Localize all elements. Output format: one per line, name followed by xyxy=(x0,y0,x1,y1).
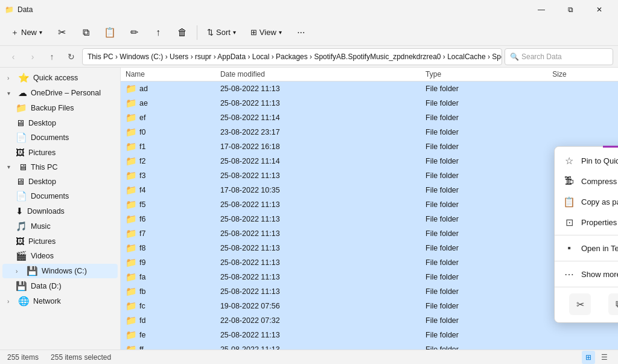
address-path[interactable]: This PC › Windows (C:) › Users › rsupr ›… xyxy=(82,48,502,65)
sidebar-item-desktop-od[interactable]: 🖥 Desktop xyxy=(2,116,118,130)
table-row[interactable]: 📁f5 25-08-2022 11:13 File folder xyxy=(121,197,618,212)
sort-button[interactable]: ⇅ Sort ▾ xyxy=(201,24,242,40)
network-icon: 🌐 xyxy=(18,296,30,307)
table-row[interactable]: 📁f1 17-08-2022 16:18 File folder xyxy=(121,139,618,154)
col-type[interactable]: Type xyxy=(421,68,547,81)
table-row[interactable]: 📁f8 25-08-2022 11:13 File folder xyxy=(121,241,618,255)
table-row[interactable]: 📁f2 25-08-2022 11:14 File folder xyxy=(121,154,618,168)
search-placeholder: Search Data xyxy=(521,53,562,61)
network-expander: › xyxy=(7,298,14,305)
selected-count: 255 items selected xyxy=(51,353,111,362)
col-date[interactable]: Date modified xyxy=(215,68,421,81)
col-name[interactable]: Name xyxy=(121,68,215,81)
sidebar-item-desktop-pc[interactable]: 🖥 Desktop xyxy=(2,174,118,188)
forward-button[interactable]: › xyxy=(24,48,41,65)
compress-zip-icon: 🗜 xyxy=(563,175,575,187)
sidebar-item-music[interactable]: 🎵 Music xyxy=(2,219,118,234)
table-row[interactable]: 📁f7 25-08-2022 11:13 File folder xyxy=(121,226,618,241)
table-row[interactable]: 📁f6 25-08-2022 11:13 File folder xyxy=(121,212,618,226)
windows-c-label: Windows (C:) xyxy=(42,267,87,275)
sidebar: › ⭐ Quick access ▾ ☁ OneDrive – Personal… xyxy=(0,68,121,350)
more-button[interactable]: ··· xyxy=(290,22,312,43)
context-menu-item-terminal[interactable]: ▪ Open in Terminal xyxy=(555,238,618,258)
search-icon: 🔍 xyxy=(510,53,519,61)
context-menu-item-compress-zip[interactable]: 🗜 Compress to Zip file xyxy=(555,171,618,191)
list-view-button[interactable]: ☰ xyxy=(597,351,611,364)
minimize-button[interactable]: — xyxy=(527,0,555,19)
pictures-od-icon: 🖼 xyxy=(16,147,25,158)
documents-pc-label: Documents xyxy=(31,192,69,200)
table-row[interactable]: 📁ae 25-08-2022 11:13 File folder xyxy=(121,96,618,110)
address-bar: ‹ › ↑ ↻ This PC › Windows (C:) › Users ›… xyxy=(0,46,618,68)
up-button[interactable]: ↑ xyxy=(43,48,60,65)
search-box[interactable]: 🔍 Search Data xyxy=(505,48,613,65)
table-row[interactable]: 📁ef 25-08-2022 11:14 File folder xyxy=(121,110,618,125)
view-chevron: ▾ xyxy=(279,29,282,36)
paste-button[interactable]: 📋 xyxy=(99,22,121,43)
table-row[interactable]: 📁fc 19-08-2022 07:56 File folder xyxy=(121,299,618,313)
title-bar-controls: — ⧉ ✕ xyxy=(527,0,613,19)
context-cut-button[interactable]: ✂ xyxy=(569,293,591,315)
backup-label: Backup Files xyxy=(31,104,74,112)
new-button[interactable]: ＋ New ▾ xyxy=(5,24,48,42)
sidebar-item-documents-od[interactable]: 📄 Documents xyxy=(2,130,118,145)
sidebar-item-videos[interactable]: 🎬 Videos xyxy=(2,249,118,263)
title-bar-left: 📁 Data xyxy=(5,5,33,14)
table-row[interactable]: 📁ff 25-08-2022 11:13 File folder xyxy=(121,342,618,350)
quick-access-expander: › xyxy=(7,75,14,81)
back-button[interactable]: ‹ xyxy=(5,48,22,65)
content-area: Name Date modified Type Size 📁ad 25-08-2… xyxy=(121,68,618,350)
table-row[interactable]: 📁fe 25-08-2022 11:13 File folder xyxy=(121,328,618,342)
cut-button[interactable]: ✂ xyxy=(51,22,72,43)
share-button[interactable]: ↑ xyxy=(147,22,169,43)
sidebar-item-thispc[interactable]: ▾ 🖥 This PC xyxy=(2,160,118,174)
table-row[interactable]: 📁fa 25-08-2022 11:13 File folder xyxy=(121,270,618,284)
sidebar-item-onedrive[interactable]: ▾ ☁ OneDrive – Personal xyxy=(2,86,118,100)
copy-button[interactable]: ⧉ xyxy=(75,22,97,43)
table-row[interactable]: 📁fb 25-08-2022 11:13 File folder xyxy=(121,284,618,299)
music-icon: 🎵 xyxy=(16,221,27,232)
table-row[interactable]: 📁fd 22-08-2022 07:32 File folder xyxy=(121,313,618,328)
sidebar-item-data-d[interactable]: 💾 Data (D:) xyxy=(2,279,118,293)
thispc-icon: 🖥 xyxy=(18,162,27,172)
sidebar-item-backup[interactable]: 📁 Backup Files xyxy=(2,101,118,115)
context-menu-item-more-options[interactable]: ⋯ Show more options Shift+F10 xyxy=(555,264,618,284)
table-row[interactable]: 📁f3 25-08-2022 11:13 File folder xyxy=(121,168,618,183)
maximize-button[interactable]: ⧉ xyxy=(556,0,584,19)
sidebar-item-network[interactable]: › 🌐 Network xyxy=(2,294,118,308)
main-layout: › ⭐ Quick access ▾ ☁ OneDrive – Personal… xyxy=(0,68,618,350)
more-options-icon: ⋯ xyxy=(563,268,575,280)
delete-button[interactable]: 🗑 xyxy=(171,22,193,43)
sidebar-item-documents-pc[interactable]: 📄 Documents xyxy=(2,189,118,203)
close-button[interactable]: ✕ xyxy=(585,0,613,19)
view-button[interactable]: ⊞ View ▾ xyxy=(244,24,288,40)
documents-od-icon: 📄 xyxy=(16,132,27,143)
quick-access-label: Quick access xyxy=(33,74,78,82)
videos-label: Videos xyxy=(31,252,54,260)
table-row[interactable]: 📁f9 25-08-2022 11:13 File folder xyxy=(121,255,618,270)
windows-c-expander: › xyxy=(16,268,23,275)
table-row[interactable]: 📁ad 25-08-2022 11:13 File folder xyxy=(121,81,618,97)
context-copy-button[interactable]: ⧉ xyxy=(608,293,618,315)
sidebar-item-quick-access[interactable]: › ⭐ Quick access xyxy=(2,71,118,85)
sidebar-item-pictures-pc[interactable]: 🖼 Pictures xyxy=(2,234,118,248)
pictures-od-label: Pictures xyxy=(28,148,56,157)
refresh-button[interactable]: ↻ xyxy=(63,48,80,65)
table-row[interactable]: 📁f4 17-08-2022 10:35 File folder xyxy=(121,183,618,197)
new-label: New xyxy=(21,28,37,37)
rename-button[interactable]: ✏ xyxy=(123,22,145,43)
onedrive-expander: ▾ xyxy=(7,90,14,97)
view-toggle-group: ⊞ ☰ xyxy=(582,351,611,364)
sidebar-item-windows-c[interactable]: › 💾 Windows (C:) xyxy=(2,264,118,278)
sidebar-item-downloads[interactable]: ⬇ Downloads xyxy=(2,204,118,219)
grid-view-button[interactable]: ⊞ xyxy=(582,351,595,364)
context-menu-item-copy-path[interactable]: 📋 Copy as path xyxy=(555,191,618,212)
desktop-pc-label: Desktop xyxy=(28,177,56,186)
context-menu-item-properties[interactable]: ⊡ Properties Alt+Enter xyxy=(555,212,618,232)
table-header-row: Name Date modified Type Size xyxy=(121,68,618,81)
table-row[interactable]: 📁f0 23-08-2022 23:17 File folder xyxy=(121,125,618,139)
sidebar-item-pictures-od[interactable]: 🖼 Pictures xyxy=(2,145,118,159)
context-menu-divider-1 xyxy=(555,235,618,235)
music-label: Music xyxy=(31,222,51,231)
col-size[interactable]: Size xyxy=(547,68,618,81)
